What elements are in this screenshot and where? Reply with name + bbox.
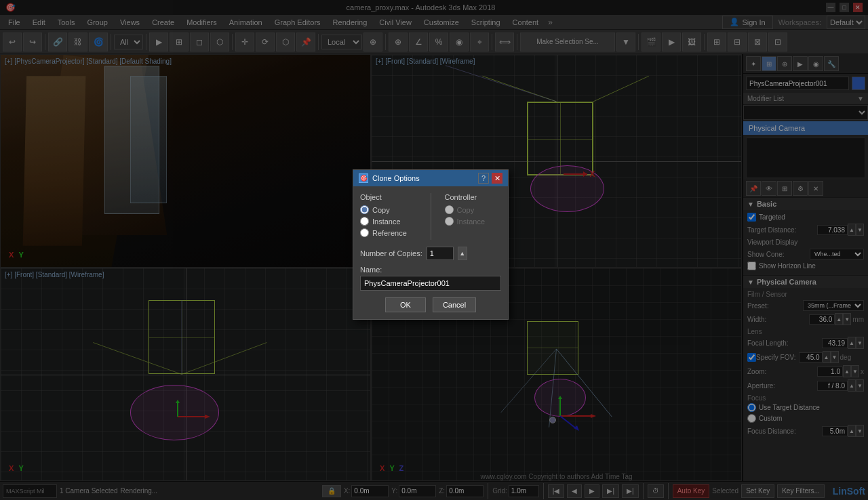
copy-label: Copy <box>372 206 390 214</box>
dialog-title: Clone Options <box>372 174 420 182</box>
name-field-label: Name: <box>360 266 501 274</box>
dialog-icon: 🎯 <box>359 173 368 183</box>
num-copies-input[interactable] <box>427 247 454 260</box>
dialog-close-button[interactable]: ✕ <box>492 173 502 184</box>
instance-radio-row: Instance <box>360 217 417 226</box>
ctrl-instance-radio[interactable] <box>445 217 454 226</box>
dialog-titlebar: 🎯 Clone Options ? ✕ <box>353 170 508 186</box>
dialog-ok-button[interactable]: OK <box>385 297 426 312</box>
clone-name-input[interactable] <box>360 276 501 291</box>
ctrl-copy-radio[interactable] <box>445 205 454 214</box>
ctrl-instance-row: Instance <box>445 217 502 226</box>
ctrl-copy-row: Copy <box>445 205 502 214</box>
num-copies-row: Number of Copies: ▲ <box>360 247 501 260</box>
reference-radio[interactable] <box>360 228 369 237</box>
controller-section-label: Controller <box>445 193 502 201</box>
reference-label: Reference <box>372 229 407 237</box>
instance-label: Instance <box>372 217 401 226</box>
num-copies-up[interactable]: ▲ <box>458 247 467 260</box>
dialog-clone-section: Object Copy Instance Reference <box>360 193 501 240</box>
instance-radio[interactable] <box>360 217 369 226</box>
clone-dialog: 🎯 Clone Options ? ✕ Object Copy <box>353 169 509 320</box>
name-row: Name: <box>360 266 501 291</box>
controller-column: Controller Copy Instance <box>445 193 502 240</box>
dialog-buttons: OK Cancel <box>360 297 501 312</box>
dialog-divider <box>431 193 431 240</box>
copy-radio-row: Copy <box>360 205 417 214</box>
copy-radio[interactable] <box>360 205 369 214</box>
object-column: Object Copy Instance Reference <box>360 193 417 240</box>
dialog-body: Object Copy Instance Reference <box>353 186 508 319</box>
ctrl-copy-label: Copy <box>457 206 475 214</box>
ctrl-instance-label: Instance <box>457 217 486 226</box>
dialog-overlay: 🎯 Clone Options ? ✕ Object Copy <box>0 0 868 500</box>
object-section-label: Object <box>360 193 417 201</box>
reference-radio-row: Reference <box>360 228 417 237</box>
dialog-help-button[interactable]: ? <box>478 173 489 184</box>
num-copies-label: Number of Copies: <box>360 249 422 257</box>
dialog-cancel-button[interactable]: Cancel <box>433 297 476 312</box>
